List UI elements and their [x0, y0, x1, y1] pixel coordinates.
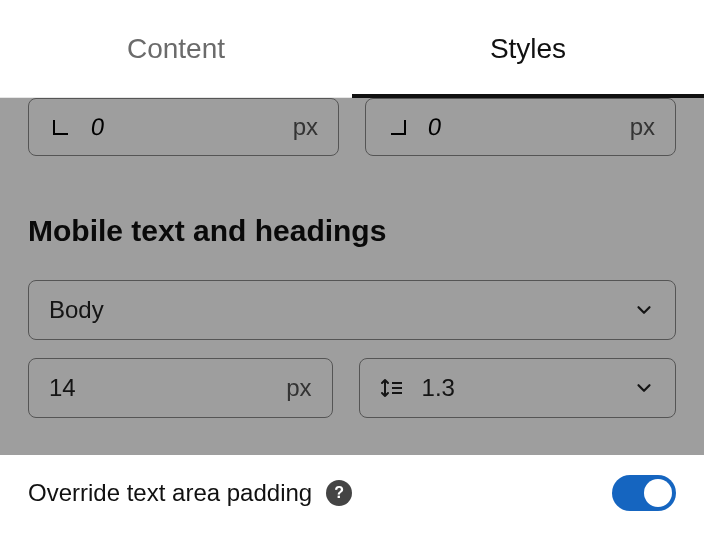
text-style-select-value: Body — [49, 296, 104, 324]
toggle-knob — [644, 479, 672, 507]
corner-bottom-right-icon — [386, 118, 410, 136]
padding-bottom-left-value: 0 — [89, 113, 106, 141]
padding-bottom-right-field[interactable]: 0 px — [365, 98, 676, 156]
tabs: Content Styles — [0, 0, 704, 98]
override-row: Override text area padding ? — [0, 455, 704, 511]
help-icon[interactable]: ? — [326, 480, 352, 506]
tab-styles-label: Styles — [490, 33, 566, 65]
override-toggle[interactable] — [612, 475, 676, 511]
section-title-mobile-text: Mobile text and headings — [28, 214, 676, 248]
tab-styles[interactable]: Styles — [352, 0, 704, 97]
padding-bottom-left-unit: px — [293, 113, 318, 141]
chevron-down-icon — [633, 377, 655, 399]
font-size-value: 14 — [49, 374, 76, 402]
corner-bottom-left-icon — [49, 118, 73, 136]
font-size-input[interactable]: 14 px — [28, 358, 333, 418]
chevron-down-icon — [633, 299, 655, 321]
font-size-unit: px — [286, 374, 311, 402]
padding-bottom-left-field[interactable]: 0 px — [28, 98, 339, 156]
text-style-select[interactable]: Body — [28, 280, 676, 340]
panel-dimmed-area: 0 px 0 px Mobile text and headings Body — [0, 98, 704, 455]
line-height-select[interactable]: 1.3 — [359, 358, 676, 418]
line-height-icon — [380, 377, 404, 399]
line-height-value: 1.3 — [422, 374, 455, 402]
tab-content[interactable]: Content — [0, 0, 352, 97]
tab-content-label: Content — [127, 33, 225, 65]
padding-bottom-right-value: 0 — [426, 113, 443, 141]
padding-bottom-right-unit: px — [630, 113, 655, 141]
override-label: Override text area padding — [28, 479, 312, 507]
